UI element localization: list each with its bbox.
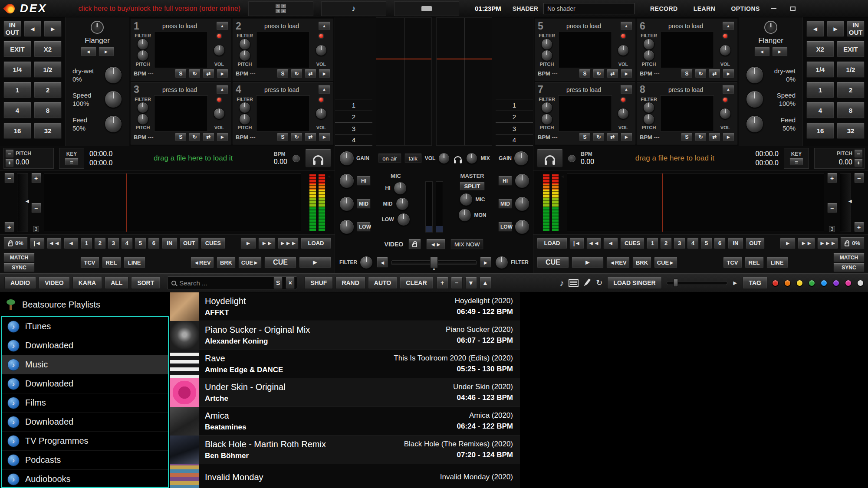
crossfade-right-button[interactable]: ► <box>480 257 491 268</box>
sampler-filter-knob[interactable] <box>137 102 148 113</box>
sampler-play-button[interactable]: ► <box>723 133 734 141</box>
list-control-button[interactable]: + <box>437 277 448 289</box>
sampler-eject-button[interactable]: ▲ <box>318 85 330 94</box>
headphone-cue-button[interactable] <box>305 149 331 167</box>
effect-param-knob[interactable] <box>105 115 122 133</box>
cue-number-button[interactable]: 5 <box>135 238 146 249</box>
loop-shift-right-button[interactable]: ► <box>44 21 62 37</box>
effect-next-button[interactable]: ► <box>772 47 788 56</box>
sampler-filter-knob[interactable] <box>643 102 654 113</box>
sampler-volume-knob[interactable] <box>316 108 327 119</box>
sampler-loop-button[interactable]: ↻ <box>189 133 201 141</box>
load-singer-button[interactable]: LOAD SINGER <box>607 277 661 289</box>
loop-length-button[interactable]: EXIT <box>837 41 865 57</box>
sidebar-item[interactable]: ♪ Podcasts <box>2 451 168 470</box>
sampler-mode-button[interactable]: ⇄ <box>709 69 720 78</box>
sampler-eject-button[interactable]: ▲ <box>216 22 228 30</box>
sampler-filter-knob[interactable] <box>541 39 552 50</box>
monitor-volume-knob[interactable] <box>438 153 450 164</box>
sampler-volume-knob[interactable] <box>618 45 629 56</box>
on-air-button[interactable]: on-air <box>378 154 401 163</box>
reverse-button[interactable]: ◄REV <box>191 257 214 268</box>
tag-color-dot[interactable] <box>833 280 839 286</box>
music-note-icon[interactable]: ♪ <box>559 278 564 288</box>
loop-length-button[interactable]: 4 <box>806 102 834 118</box>
sampler-load-hint[interactable]: press to load <box>652 23 720 29</box>
list-control-button[interactable]: − <box>451 277 463 289</box>
filter-knob[interactable] <box>495 256 508 269</box>
loop-length-button[interactable]: 16 <box>806 123 834 139</box>
refresh-icon[interactable]: ↻ <box>596 278 602 288</box>
pitch-lock-toggle[interactable]: 0% <box>840 237 865 249</box>
sampler-play-button[interactable]: ► <box>217 133 228 141</box>
sampler-sync-button[interactable]: S <box>681 69 693 78</box>
browser-tab[interactable]: SORT <box>131 277 160 289</box>
sampler-loop-button[interactable]: ↻ <box>695 133 707 141</box>
sampler-filter-knob[interactable] <box>239 102 250 113</box>
sampler-eject-button[interactable]: ▲ <box>722 85 734 94</box>
key-slider-handle[interactable] <box>674 279 678 287</box>
tag-color-dot[interactable] <box>796 280 803 286</box>
sampler-sync-button[interactable]: S <box>175 133 187 141</box>
sampler-eject-button[interactable]: ▲ <box>620 22 632 30</box>
gain-knob[interactable] <box>514 151 529 166</box>
master-mic-knob[interactable] <box>460 193 473 206</box>
loop-length-button[interactable]: 8 <box>837 102 865 118</box>
sampler-filter-knob[interactable] <box>541 102 552 113</box>
sampler-sync-button[interactable]: S <box>681 133 693 141</box>
pitch-fader-handle[interactable]: ◄ <box>24 198 30 204</box>
track-row[interactable]: Invalid Monday Invalid Monday (2020) <box>170 464 520 488</box>
loop-length-button[interactable]: 1 <box>806 82 834 98</box>
pitch-fader-handle[interactable]: ◄ <box>847 198 853 204</box>
cue-number-button[interactable]: 1 <box>647 238 658 249</box>
pitch-fader[interactable]: ◄ <box>17 173 28 232</box>
gain-knob[interactable] <box>339 151 354 166</box>
pitch-bend-plus-button[interactable]: + <box>827 173 837 183</box>
cue-button[interactable]: CUE <box>537 257 569 268</box>
cue-number-button[interactable]: 6 <box>714 238 726 249</box>
playlist-icon[interactable] <box>569 279 579 287</box>
split-button[interactable]: SPLIT <box>460 182 485 190</box>
loop-length-button[interactable]: 32 <box>34 123 62 139</box>
track-row[interactable]: Black Hole - Martin Roth Remix Ben Böhme… <box>170 436 520 464</box>
mic-hi-knob[interactable] <box>394 182 407 195</box>
sampler-volume-knob[interactable] <box>720 45 731 56</box>
loop-length-button[interactable]: 1/2 <box>34 62 62 78</box>
sync-button[interactable]: SYNC <box>3 263 35 272</box>
sampler-load-hint[interactable]: press to load <box>550 86 618 93</box>
sampler-filter-knob[interactable] <box>643 39 654 50</box>
browser-tab[interactable]: VIDEO <box>39 277 70 289</box>
edit-icon[interactable] <box>583 278 591 287</box>
sampler-loop-button[interactable]: ↻ <box>593 133 605 141</box>
sidebar-item[interactable]: ♪ TV Programmes <box>2 432 168 451</box>
sampler-loop-button[interactable]: ↻ <box>593 69 605 78</box>
fast-forward-button[interactable]: ►► <box>258 238 276 249</box>
tag-color-dot[interactable] <box>857 280 864 286</box>
match-button[interactable]: MATCH <box>3 253 35 262</box>
browser-tab[interactable]: AUDIO <box>4 277 36 289</box>
sidebar-item[interactable]: ♪ Music <box>2 355 168 374</box>
load-button[interactable]: LOAD <box>537 238 567 249</box>
pitch-minus-button[interactable]: − <box>5 150 14 158</box>
sampler-pitch-knob[interactable] <box>643 50 654 61</box>
cue-number-button[interactable]: 2 <box>660 238 672 249</box>
search-input[interactable] <box>179 279 270 287</box>
sidebar-item[interactable]: ♪ Audiobooks <box>2 470 168 488</box>
sampler-record-indicator[interactable] <box>722 97 728 103</box>
eq-low-knob[interactable] <box>339 219 354 234</box>
step-forward-button[interactable]: ► <box>780 238 796 249</box>
track-row[interactable]: Piano Sucker - Original Mix Alexander Ko… <box>170 321 520 350</box>
sampler-pitch-knob[interactable] <box>541 50 552 61</box>
cue-number-button[interactable]: 3 <box>674 238 685 249</box>
effect-param-knob[interactable] <box>105 66 122 84</box>
playlist-action-button[interactable]: CLEAR <box>400 277 433 289</box>
eq-hi-knob[interactable] <box>515 174 529 188</box>
search-clear-button[interactable]: × <box>286 277 295 289</box>
pitch-minus-button[interactable]: − <box>854 150 863 158</box>
sampler-volume-knob[interactable] <box>214 45 225 56</box>
crossfade-left-button[interactable]: ◄ <box>377 257 388 268</box>
sampler-pitch-knob[interactable] <box>643 114 654 125</box>
effect-param-knob[interactable] <box>105 91 122 108</box>
effect-prev-button[interactable]: ◄ <box>81 47 96 56</box>
fast-forward-button[interactable]: ►► <box>798 238 815 249</box>
